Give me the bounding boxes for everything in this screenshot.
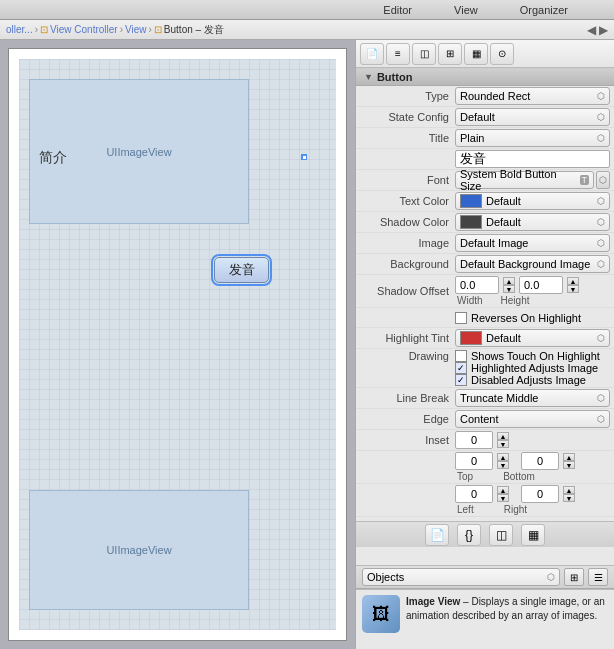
uiimageview-top-label: UIImageView <box>106 146 171 158</box>
canvas-area: UIImageView 简介 <box>0 40 355 649</box>
view-tab[interactable]: View <box>448 2 484 18</box>
shadow-x-down[interactable]: ▼ <box>503 285 515 293</box>
organizer-tab[interactable]: Organizer <box>514 2 574 18</box>
toolbar-icon-circle[interactable]: ⊙ <box>490 43 514 65</box>
objects-dropdown-arrow: ⬡ <box>547 572 555 582</box>
image-dropdown[interactable]: Default Image ⬡ <box>455 234 610 252</box>
left-sublabel: Left <box>457 504 474 515</box>
shows-touch-checkbox[interactable] <box>455 350 467 362</box>
line-break-dropdown[interactable]: Truncate Middle ⬡ <box>455 389 610 407</box>
right-field[interactable]: 0 <box>521 485 559 503</box>
shadow-color-row: Shadow Color Default ⬡ <box>356 212 614 233</box>
bottom-grid-btn[interactable]: ◫ <box>489 524 513 546</box>
shadow-y-stepper[interactable]: ▲ ▼ <box>567 277 579 293</box>
toolbar-icon-doc[interactable]: 📄 <box>360 43 384 65</box>
line-break-arrow: ⬡ <box>597 393 605 403</box>
shadow-offset-label: Shadow Offset <box>360 285 455 297</box>
highlight-tint-label: Highlight Tint <box>360 332 455 344</box>
inset-stepper[interactable]: ▲ ▼ <box>497 432 509 448</box>
shadow-color-dropdown[interactable]: Default ⬡ <box>455 213 610 231</box>
breadcrumb-item-3: Button – 发音 <box>164 23 224 37</box>
toolbar-icon-layout[interactable]: ◫ <box>412 43 436 65</box>
breadcrumb-item-0[interactable]: oller... <box>6 24 33 35</box>
objects-list-btn[interactable]: ☰ <box>588 568 608 586</box>
state-config-dropdown[interactable]: Default ⬡ <box>455 108 610 126</box>
info-icon: 🖼 <box>362 595 400 633</box>
editor-tab[interactable]: Editor <box>377 2 418 18</box>
shadow-offset-x[interactable]: 0.0 <box>455 276 499 294</box>
font-arrow[interactable]: ⬡ <box>596 171 610 189</box>
bottom-code-btn[interactable]: {} <box>457 524 481 546</box>
inset-up[interactable]: ▲ <box>497 432 509 440</box>
bottom-doc-btn[interactable]: 📄 <box>425 524 449 546</box>
right-panel: 📄 ≡ ◫ ⊞ ▦ ⊙ ▼ Button Type Rounded Rect ⬡ <box>355 40 614 649</box>
handle-br <box>302 155 307 160</box>
top-field[interactable]: 0 <box>455 452 493 470</box>
uiimageview-bottom[interactable]: UIImageView <box>29 490 249 610</box>
top-stepper[interactable]: ▲ ▼ <box>497 453 509 469</box>
title-row: Title Plain ⬡ <box>356 128 614 149</box>
edge-row: Edge Content ⬡ <box>356 409 614 430</box>
left-down[interactable]: ▼ <box>497 494 509 502</box>
disabled-checkbox[interactable]: ✓ <box>455 374 467 386</box>
left-up[interactable]: ▲ <box>497 486 509 494</box>
bottom-up[interactable]: ▲ <box>563 453 575 461</box>
shadow-color-swatch <box>460 215 482 229</box>
fayin-button[interactable]: 发音 <box>214 257 269 283</box>
right-up[interactable]: ▲ <box>563 486 575 494</box>
left-right-row: 0 ▲ ▼ 0 ▲ ▼ <box>356 484 614 517</box>
bottom-down[interactable]: ▼ <box>563 461 575 469</box>
device-screen[interactable]: UIImageView 简介 <box>19 59 336 630</box>
breadcrumb: oller... › ⊡ View Controller › View › ⊡ … <box>0 20 614 40</box>
right-stepper[interactable]: ▲ ▼ <box>563 486 575 502</box>
highlight-tint-dropdown[interactable]: Default ⬡ <box>455 329 610 347</box>
top-down[interactable]: ▼ <box>497 461 509 469</box>
state-config-label: State Config <box>360 111 455 123</box>
left-field[interactable]: 0 <box>455 485 493 503</box>
breadcrumb-item-2[interactable]: View <box>125 24 147 35</box>
toolbar-icon-list[interactable]: ≡ <box>386 43 410 65</box>
nav-back-btn[interactable]: ◀ <box>587 23 596 37</box>
background-arrow: ⬡ <box>597 259 605 269</box>
bottom-table-btn[interactable]: ▦ <box>521 524 545 546</box>
objects-dropdown[interactable]: Objects ⬡ <box>362 568 560 586</box>
background-row: Background Default Background Image ⬡ <box>356 254 614 275</box>
shadow-y-down[interactable]: ▼ <box>567 285 579 293</box>
text-color-arrow: ⬡ <box>597 196 605 206</box>
shadow-offset-y[interactable]: 0.0 <box>519 276 563 294</box>
shadow-x-stepper[interactable]: ▲ ▼ <box>503 277 515 293</box>
highlighted-checkbox[interactable]: ✓ <box>455 362 467 374</box>
breadcrumb-icon-vc: ⊡ <box>40 24 48 35</box>
top-up[interactable]: ▲ <box>497 453 509 461</box>
background-dropdown[interactable]: Default Background Image ⬡ <box>455 255 610 273</box>
section-arrow: ▼ <box>364 72 373 82</box>
reverses-checkbox[interactable] <box>455 312 467 324</box>
left-stepper[interactable]: ▲ ▼ <box>497 486 509 502</box>
title-text-field[interactable]: 发音 <box>455 150 610 168</box>
reverses-row: Reverses On Highlight <box>356 308 614 328</box>
toolbar-icon-grid[interactable]: ⊞ <box>438 43 462 65</box>
type-dropdown[interactable]: Rounded Rect ⬡ <box>455 87 610 105</box>
edge-dropdown[interactable]: Content ⬡ <box>455 410 610 428</box>
nav-forward-btn[interactable]: ▶ <box>599 23 608 37</box>
properties-panel: Type Rounded Rect ⬡ State Config Default… <box>356 86 614 565</box>
shadow-y-up[interactable]: ▲ <box>567 277 579 285</box>
background-label: Background <box>360 258 455 270</box>
right-sublabel: Right <box>504 504 527 515</box>
toolbar-icon-connect[interactable]: ▦ <box>464 43 488 65</box>
font-dropdown[interactable]: System Bold Button Size T <box>455 171 594 189</box>
objects-grid-btn[interactable]: ⊞ <box>564 568 584 586</box>
breadcrumb-item-1[interactable]: View Controller <box>50 24 118 35</box>
right-down[interactable]: ▼ <box>563 494 575 502</box>
bottom-field[interactable]: 0 <box>521 452 559 470</box>
edge-label: Edge <box>360 413 455 425</box>
toolbar-icons: 📄 ≡ ◫ ⊞ ▦ ⊙ <box>356 40 614 68</box>
title-dropdown[interactable]: Plain ⬡ <box>455 129 610 147</box>
label-jiangjie[interactable]: 简介 <box>39 149 67 167</box>
shadow-x-up[interactable]: ▲ <box>503 277 515 285</box>
inset-field[interactable]: 0 <box>455 431 493 449</box>
inset-down[interactable]: ▼ <box>497 440 509 448</box>
bottom-stepper[interactable]: ▲ ▼ <box>563 453 575 469</box>
text-color-dropdown[interactable]: Default ⬡ <box>455 192 610 210</box>
objects-label: Objects <box>367 571 404 583</box>
